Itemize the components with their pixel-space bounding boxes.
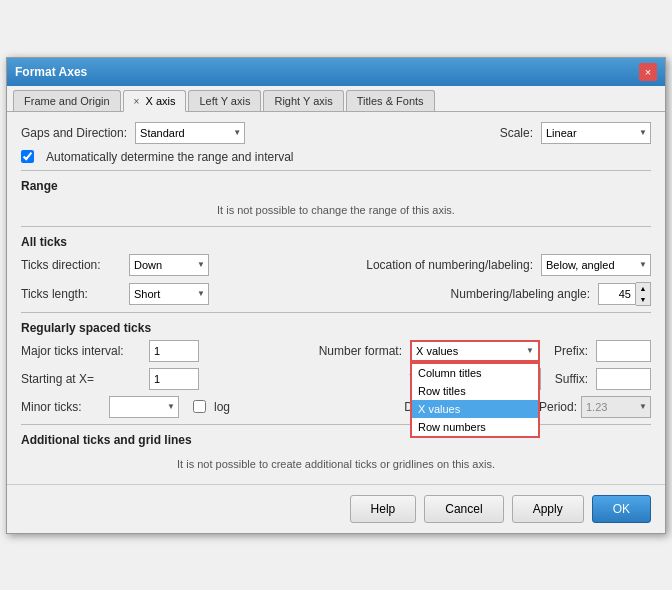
location-select[interactable]: Below, angled — [541, 254, 651, 276]
ticks-length-select-wrapper: Short — [129, 283, 209, 305]
tab-frame-origin[interactable]: Frame and Origin — [13, 90, 121, 111]
auto-range-label: Automatically determine the range and in… — [46, 150, 293, 164]
period-select-wrapper: 1.23 — [581, 396, 651, 418]
period-label: Period: — [539, 400, 577, 414]
dropdown-item-row-numbers[interactable]: Row numbers — [412, 418, 538, 436]
ticks-separator — [21, 312, 651, 313]
apply-button[interactable]: Apply — [512, 495, 584, 523]
spinner-buttons: ▲ ▼ — [636, 282, 651, 306]
main-content: Gaps and Direction: Standard Scale: Line… — [7, 112, 665, 484]
number-format-dropdown-container: X values ▼ Column titles Row titles X va… — [410, 340, 540, 362]
dropdown-item-x-values[interactable]: X values — [412, 400, 538, 418]
ticks-length-select[interactable]: Short — [129, 283, 209, 305]
ticks-direction-select-wrapper: Down — [129, 254, 209, 276]
log-checkbox[interactable] — [193, 400, 206, 413]
format-axes-dialog: Format Axes × Frame and Origin × X axis … — [6, 57, 666, 534]
scale-label: Scale: — [500, 126, 533, 140]
tab-left-y-axis[interactable]: Left Y axis — [188, 90, 261, 111]
minor-ticks-select[interactable] — [109, 396, 179, 418]
number-format-label: Number format: — [319, 344, 402, 358]
ticks-direction-row: Ticks direction: Down Location of number… — [21, 254, 651, 276]
dropdown-item-row-titles[interactable]: Row titles — [412, 382, 538, 400]
gaps-direction-label: Gaps and Direction: — [21, 126, 127, 140]
major-interval-label: Major ticks interval: — [21, 344, 141, 358]
spinner-down-button[interactable]: ▼ — [636, 294, 650, 305]
additional-info: It is not possible to create additional … — [21, 452, 651, 476]
help-button[interactable]: Help — [350, 495, 417, 523]
bottom-buttons: Help Cancel Apply OK — [7, 484, 665, 533]
range-separator — [21, 170, 651, 171]
log-label: log — [214, 400, 230, 414]
location-label: Location of numbering/labeling: — [366, 258, 533, 272]
major-format-row: Major ticks interval: Number format: X v… — [21, 340, 651, 362]
starting-x-label: Starting at X= — [21, 372, 141, 386]
tabs-container: Frame and Origin × X axis Left Y axis Ri… — [7, 86, 665, 112]
auto-range-row: Automatically determine the range and in… — [21, 150, 651, 164]
log-row: log — [193, 400, 230, 414]
dropdown-item-column-titles[interactable]: Column titles — [412, 364, 538, 382]
location-select-wrapper: Below, angled — [541, 254, 651, 276]
range-bottom-separator — [21, 226, 651, 227]
ticks-length-label: Ticks length: — [21, 287, 121, 301]
minor-ticks-label: Minor ticks: — [21, 400, 101, 414]
ticks-direction-select[interactable]: Down — [129, 254, 209, 276]
tab-x-axis[interactable]: × X axis — [123, 90, 187, 112]
gaps-scale-row: Gaps and Direction: Standard Scale: Line… — [21, 122, 651, 144]
suffix-label: Suffix: — [555, 372, 588, 386]
tab-titles-fonts[interactable]: Titles & Fonts — [346, 90, 435, 111]
title-bar: Format Axes × — [7, 58, 665, 86]
minor-decimals-row: Minor ticks: log Decimals: Period: 1.23 — [21, 396, 651, 418]
range-header: Range — [21, 179, 651, 193]
cancel-button[interactable]: Cancel — [424, 495, 503, 523]
suffix-input[interactable] — [596, 368, 651, 390]
ticks-length-row: Ticks length: Short Numbering/labeling a… — [21, 282, 651, 306]
period-select[interactable]: 1.23 — [581, 396, 651, 418]
period-container: Period: 1.23 — [539, 396, 651, 418]
number-format-selected: X values — [416, 345, 458, 357]
range-info: It is not possible to change the range o… — [21, 198, 651, 222]
minor-ticks-select-wrapper — [109, 396, 179, 418]
number-format-dropdown[interactable]: X values ▼ — [410, 340, 540, 362]
starting-x-input[interactable] — [149, 368, 199, 390]
spinner-up-button[interactable]: ▲ — [636, 283, 650, 294]
dialog-title: Format Axes — [15, 65, 87, 79]
dropdown-arrow-icon: ▼ — [526, 346, 534, 355]
scale-select-wrapper: Linear — [541, 122, 651, 144]
major-interval-input[interactable] — [149, 340, 199, 362]
numbering-angle-input[interactable] — [598, 283, 636, 305]
numbering-angle-spinner: ▲ ▼ — [598, 282, 651, 306]
scale-select[interactable]: Linear — [541, 122, 651, 144]
prefix-label: Prefix: — [554, 344, 588, 358]
regularly-spaced-header: Regularly spaced ticks — [21, 321, 651, 335]
tab-right-y-axis[interactable]: Right Y axis — [263, 90, 343, 111]
prefix-input[interactable] — [596, 340, 651, 362]
all-ticks-header: All ticks — [21, 235, 651, 249]
additional-separator — [21, 424, 651, 425]
tab-close-icon: × — [134, 96, 140, 107]
number-format-menu: Column titles Row titles X values Row nu… — [410, 362, 540, 438]
starting-thousand-row: Starting at X= Thousand Suffix: — [21, 368, 651, 390]
gaps-direction-select-wrapper: Standard — [135, 122, 245, 144]
ticks-direction-label: Ticks direction: — [21, 258, 121, 272]
auto-range-checkbox[interactable] — [21, 150, 34, 163]
close-button[interactable]: × — [639, 63, 657, 81]
additional-header: Additional ticks and grid lines — [21, 433, 651, 447]
numbering-angle-label: Numbering/labeling angle: — [451, 287, 590, 301]
gaps-direction-select[interactable]: Standard — [135, 122, 245, 144]
ok-button[interactable]: OK — [592, 495, 651, 523]
